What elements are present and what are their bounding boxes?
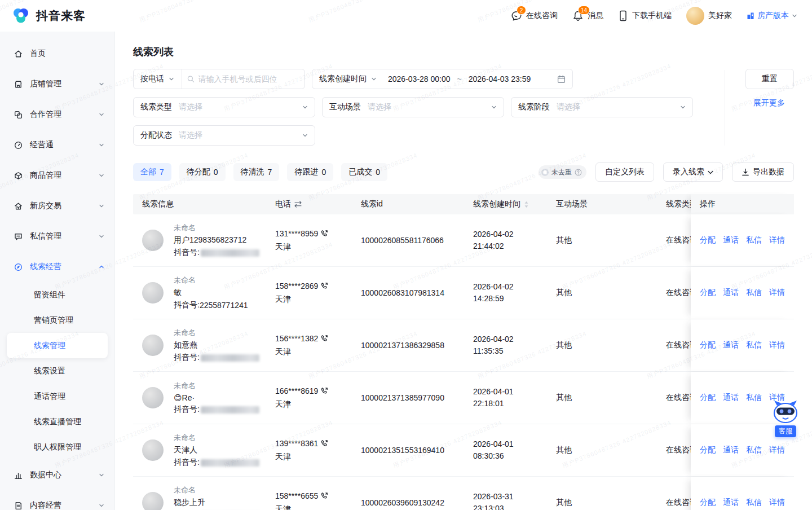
sidebar-item-content[interactable]: 内容经营 bbox=[0, 490, 114, 510]
date-range-picker[interactable]: 线索创建时间 2026-03-28 00:00 ~ 2026-04-03 23:… bbox=[312, 69, 573, 89]
call-link[interactable]: 通话 bbox=[723, 288, 739, 298]
detail-link[interactable]: 详情 bbox=[769, 288, 785, 298]
sidebar-item-leads[interactable]: 线索经营 bbox=[0, 252, 114, 282]
sidebar-item-home[interactable]: 首页 bbox=[0, 38, 114, 69]
city: 天津 bbox=[275, 399, 352, 410]
version-switcher[interactable]: 房产版本 bbox=[747, 11, 797, 21]
sort-icon[interactable] bbox=[524, 201, 529, 208]
detail-link[interactable]: 详情 bbox=[769, 498, 785, 508]
dm-link[interactable]: 私信 bbox=[746, 445, 762, 455]
lead-status: 未命名 bbox=[174, 485, 259, 495]
tab-pending-follow[interactable]: 待跟进0 bbox=[287, 163, 333, 181]
messages-button[interactable]: 14 消息 bbox=[572, 10, 603, 21]
export-data-button[interactable]: 导出数据 bbox=[732, 162, 794, 182]
call-out-icon[interactable] bbox=[321, 439, 328, 447]
call-link[interactable]: 通话 bbox=[723, 235, 739, 245]
lead-status: 未命名 bbox=[174, 328, 259, 338]
call-out-icon[interactable] bbox=[321, 335, 328, 342]
assign-link[interactable]: 分配 bbox=[700, 498, 716, 508]
page-title: 线索列表 bbox=[133, 45, 794, 59]
call-link[interactable]: 通话 bbox=[723, 393, 739, 403]
header-scene: 互动场景 bbox=[547, 199, 657, 209]
swap-icon[interactable] bbox=[294, 201, 302, 208]
dm-link[interactable]: 私信 bbox=[746, 288, 762, 298]
sidebar-item-private-message[interactable]: 私信管理 bbox=[0, 221, 114, 252]
download-app-button[interactable]: 下载手机端 bbox=[618, 10, 672, 21]
lead-id: 1000021351553169410 bbox=[352, 446, 464, 455]
sidebar-item-business[interactable]: 经营通 bbox=[0, 130, 114, 160]
building-icon bbox=[747, 12, 754, 20]
reset-button[interactable]: 重置 bbox=[745, 69, 794, 89]
tab-pending-assign[interactable]: 待分配0 bbox=[179, 163, 226, 181]
call-link[interactable]: 通话 bbox=[723, 340, 739, 350]
chevron-down-icon bbox=[99, 203, 104, 209]
sidebar-subitem-marketing-pages[interactable]: 营销页管理 bbox=[0, 307, 114, 333]
sidebar-item-cooperation[interactable]: 合作管理 bbox=[0, 99, 114, 130]
call-out-icon[interactable] bbox=[321, 492, 328, 499]
scene: 其他 bbox=[547, 393, 657, 403]
lead-type-select[interactable]: 线索类型 请选择 bbox=[133, 97, 315, 117]
lead-stage-select[interactable]: 线索阶段 请选择 bbox=[511, 97, 693, 117]
customer-service-widget[interactable]: 客服 bbox=[771, 399, 800, 437]
interaction-scene-select[interactable]: 互动场景 请选择 bbox=[322, 97, 504, 117]
call-out-icon[interactable] bbox=[321, 230, 328, 237]
table-row[interactable]: 未命名 如意燕 抖音号: 156****1382 天津 100002137138… bbox=[133, 319, 794, 372]
tab-closed[interactable]: 已成交0 bbox=[341, 163, 387, 181]
table-row[interactable]: 未命名 用户1298356823712 抖音号: 131****8959 天津 … bbox=[133, 214, 794, 267]
redacted-douyin-id bbox=[201, 406, 259, 414]
user-menu[interactable]: 美好家 bbox=[686, 7, 732, 25]
online-consult-button[interactable]: 2 在线咨询 bbox=[511, 10, 558, 21]
phone-number: 166****8619 bbox=[275, 386, 318, 395]
dm-link[interactable]: 私信 bbox=[746, 235, 762, 245]
search-type-select[interactable]: 按电话 bbox=[134, 69, 182, 89]
lead-nickname: 如意燕 bbox=[174, 340, 259, 350]
expand-more-link[interactable]: 展开更多 bbox=[753, 98, 785, 108]
sidebar-item-shop[interactable]: 店铺管理 bbox=[0, 69, 114, 99]
assign-status-select[interactable]: 分配状态 请选择 bbox=[133, 125, 315, 146]
detail-link[interactable]: 详情 bbox=[769, 235, 785, 245]
customize-list-button[interactable]: 自定义列表 bbox=[595, 162, 654, 182]
scene: 其他 bbox=[547, 445, 657, 455]
table-row[interactable]: 未命名 敏 抖音号:22558771241 158****2869 天津 100… bbox=[133, 267, 794, 319]
table-row[interactable]: 未命名 稳步上升 抖音号: 158****6655 天津 10000260396… bbox=[133, 477, 794, 510]
sidebar-subitem-call-management[interactable]: 通话管理 bbox=[0, 384, 114, 409]
assign-link[interactable]: 分配 bbox=[700, 235, 716, 245]
dm-link[interactable]: 私信 bbox=[746, 340, 762, 350]
assign-link[interactable]: 分配 bbox=[700, 393, 716, 403]
assign-link[interactable]: 分配 bbox=[700, 288, 716, 298]
sidebar-item-new-house[interactable]: 新房交易 bbox=[0, 191, 114, 221]
top-bar: 抖音来客 2 在线咨询 14 消息 bbox=[0, 0, 812, 32]
lead-id: 1000026085581176066 bbox=[352, 236, 464, 245]
dedupe-toggle[interactable]: 未去重 bbox=[539, 165, 586, 179]
sidebar-subitem-components[interactable]: 留资组件 bbox=[0, 282, 114, 307]
city: 天津 bbox=[275, 452, 352, 462]
call-link[interactable]: 通话 bbox=[723, 498, 739, 508]
table-row[interactable]: 未命名 天津人 抖音号: 139****8361 天津 100002135155… bbox=[133, 424, 794, 477]
sidebar-subitem-lead-settings[interactable]: 线索设置 bbox=[0, 358, 114, 384]
sidebar-item-products[interactable]: 商品管理 bbox=[0, 160, 114, 191]
dm-link[interactable]: 私信 bbox=[746, 393, 762, 403]
detail-link[interactable]: 详情 bbox=[769, 445, 785, 455]
lead-type: 在线咨询 bbox=[657, 393, 691, 403]
sidebar-subitem-lead-management[interactable]: 线索管理 bbox=[7, 333, 108, 358]
sidebar-subitem-live-leads[interactable]: 线索直播管理 bbox=[0, 409, 114, 434]
dm-link[interactable]: 私信 bbox=[746, 498, 762, 508]
table-row[interactable]: 未命名 😊Re· 抖音号: 166****8619 天津 10000213713… bbox=[133, 372, 794, 424]
tab-pending-clean[interactable]: 待清洗7 bbox=[233, 163, 280, 181]
document-icon bbox=[14, 501, 23, 510]
search-input[interactable] bbox=[198, 74, 299, 83]
assign-link[interactable]: 分配 bbox=[700, 445, 716, 455]
compass-icon bbox=[14, 262, 23, 272]
tab-all[interactable]: 全部7 bbox=[133, 163, 171, 181]
assign-link[interactable]: 分配 bbox=[700, 340, 716, 350]
call-link[interactable]: 通话 bbox=[723, 445, 739, 455]
lead-type: 在线咨询 bbox=[657, 445, 691, 455]
avatar bbox=[142, 282, 164, 304]
detail-link[interactable]: 详情 bbox=[769, 340, 785, 350]
sidebar-subitem-staff-permissions[interactable]: 职人权限管理 bbox=[0, 434, 114, 460]
sidebar-item-data-center[interactable]: 数据中心 bbox=[0, 460, 114, 490]
import-leads-button[interactable]: 录入线索 bbox=[663, 162, 723, 182]
help-icon bbox=[575, 169, 582, 176]
call-out-icon[interactable] bbox=[321, 282, 328, 289]
call-out-icon[interactable] bbox=[321, 387, 328, 394]
